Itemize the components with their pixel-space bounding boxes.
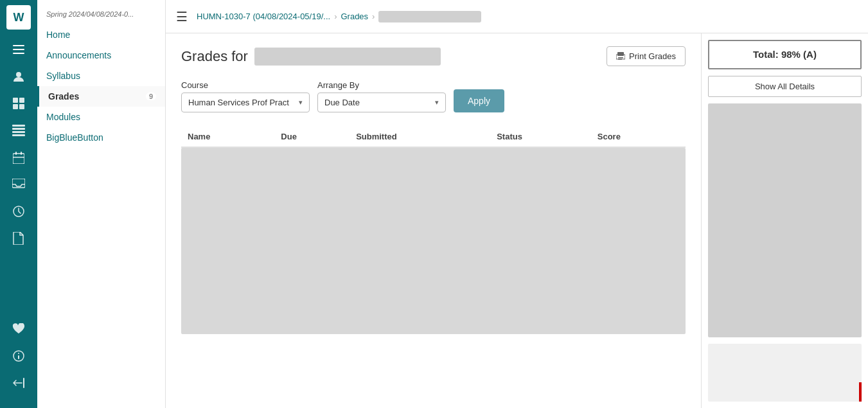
right-panel-redacted-bottom — [708, 344, 862, 402]
print-grades-label: Print Grades — [629, 51, 676, 61]
print-grades-button[interactable]: Print Grades — [607, 46, 686, 66]
inbox-icon[interactable] — [6, 172, 31, 197]
heart-icon[interactable] — [6, 317, 31, 341]
svg-point-3 — [16, 72, 21, 77]
svg-rect-9 — [12, 128, 25, 130]
svg-rect-21 — [23, 378, 24, 388]
svg-rect-12 — [13, 154, 24, 164]
course-filter-label: Course — [181, 80, 310, 90]
dashboard-icon[interactable] — [6, 91, 31, 116]
content-area: Grades for Print Grades Course — [166, 33, 868, 408]
sidebar-item-announcements[interactable]: Announcements — [37, 45, 165, 66]
grades-for-label: Grades for — [181, 48, 248, 65]
svg-point-19 — [18, 353, 19, 354]
sidebar-item-label: Modules — [46, 112, 80, 122]
calendar-icon[interactable] — [6, 145, 31, 170]
sidebar-context: Spring 2024/04/08/2024-0... — [37, 6, 165, 24]
sidebar-item-label: Home — [46, 30, 70, 40]
hamburger-icon[interactable] — [6, 37, 31, 62]
arrange-chevron-icon: ▾ — [435, 98, 439, 107]
svg-rect-24 — [618, 57, 623, 58]
breadcrumb-redacted — [378, 11, 481, 22]
col-score: Score — [591, 127, 686, 147]
course-chevron-icon: ▾ — [299, 98, 303, 107]
menu-toggle[interactable]: ☰ — [176, 9, 188, 24]
sidebar-item-bigbluebutton[interactable]: BigBlueButton — [37, 127, 165, 148]
arrange-filter-label: Arrange By — [317, 80, 446, 90]
topbar: ☰ HUMN-1030-7 (04/08/2024-05/19/... › Gr… — [166, 0, 868, 33]
svg-rect-8 — [12, 125, 25, 127]
svg-rect-6 — [13, 104, 18, 109]
svg-rect-11 — [12, 134, 25, 136]
page-header: Grades for Print Grades — [181, 46, 686, 66]
total-box: Total: 98% (A) — [708, 40, 862, 69]
grades-table: Name Due Submitted Status Score — [181, 127, 686, 148]
svg-rect-22 — [617, 52, 624, 56]
right-panel: Total: 98% (A) Show All Details — [701, 33, 868, 408]
page-title: Grades for — [181, 48, 441, 66]
right-panel-redacted-top — [708, 103, 862, 337]
info-icon[interactable] — [6, 344, 31, 368]
arrange-filter-group: Arrange By Due Date ▾ — [317, 80, 446, 112]
sidebar-item-label: Announcements — [46, 50, 111, 60]
svg-rect-4 — [13, 98, 18, 103]
icon-rail: W — [0, 0, 37, 408]
breadcrumb-course[interactable]: HUMN-1030-7 (04/08/2024-05/19/... — [197, 12, 330, 21]
filters-row: Course Human Services Prof Pract ▾ Arran… — [181, 80, 686, 112]
sidebar-item-label: Grades — [48, 91, 79, 102]
red-indicator — [859, 382, 862, 402]
account-icon[interactable] — [6, 64, 31, 89]
collapse-icon[interactable] — [6, 371, 31, 395]
history-icon[interactable] — [6, 199, 31, 224]
files-icon[interactable] — [6, 226, 31, 251]
breadcrumb: HUMN-1030-7 (04/08/2024-05/19/... › Grad… — [197, 11, 481, 22]
breadcrumb-sep-2: › — [372, 12, 375, 21]
table-body-redacted — [181, 148, 686, 334]
sidebar-item-modules[interactable]: Modules — [37, 107, 165, 127]
svg-rect-1 — [13, 49, 24, 50]
course-select-value: Human Services Prof Pract — [188, 98, 289, 107]
svg-rect-14 — [21, 152, 22, 155]
sidebar-item-home[interactable]: Home — [37, 24, 165, 45]
grades-badge: 9 — [146, 93, 156, 100]
table-header-row: Name Due Submitted Status Score — [181, 127, 686, 147]
course-filter-group: Course Human Services Prof Pract ▾ — [181, 80, 310, 112]
sidebar-item-grades[interactable]: Grades 9 — [37, 86, 165, 107]
col-name: Name — [181, 127, 274, 147]
svg-rect-20 — [18, 355, 19, 359]
sidebar-item-label: Syllabus — [46, 71, 80, 81]
col-status: Status — [490, 127, 591, 147]
breadcrumb-grades[interactable]: Grades — [341, 12, 368, 21]
arrange-select[interactable]: Due Date ▾ — [317, 93, 446, 112]
arrange-select-value: Due Date — [324, 98, 360, 107]
col-due: Due — [274, 127, 350, 147]
svg-rect-13 — [15, 152, 17, 155]
col-submitted: Submitted — [350, 127, 490, 147]
course-select[interactable]: Human Services Prof Pract ▾ — [181, 93, 310, 112]
courses-icon[interactable] — [6, 118, 31, 143]
sidebar: Spring 2024/04/08/2024-0... Home Announc… — [37, 0, 166, 408]
svg-rect-0 — [13, 45, 24, 46]
apply-button[interactable]: Apply — [454, 89, 504, 112]
sidebar-item-label: BigBlueButton — [46, 132, 103, 143]
svg-rect-10 — [12, 131, 25, 133]
breadcrumb-sep-1: › — [334, 12, 337, 21]
student-name-redacted — [254, 48, 441, 66]
svg-rect-15 — [13, 157, 24, 158]
main-area: ☰ HUMN-1030-7 (04/08/2024-05/19/... › Gr… — [166, 0, 868, 408]
svg-rect-25 — [618, 58, 622, 60]
sidebar-item-syllabus[interactable]: Syllabus — [37, 66, 165, 86]
svg-rect-5 — [19, 98, 24, 103]
svg-rect-2 — [13, 53, 24, 54]
show-all-details-button[interactable]: Show All Details — [708, 76, 862, 97]
svg-rect-7 — [19, 104, 24, 109]
app-logo[interactable]: W — [6, 5, 31, 30]
total-text: Total: 98% (A) — [753, 49, 817, 60]
content-main: Grades for Print Grades Course — [166, 33, 701, 408]
print-icon — [616, 52, 625, 61]
